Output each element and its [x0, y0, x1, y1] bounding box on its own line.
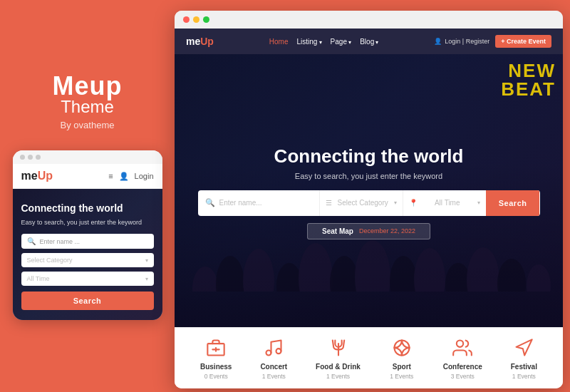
time-placeholder: All Time: [421, 199, 474, 207]
svg-point-1: [216, 256, 244, 292]
nav-auth-text[interactable]: Login | Register: [445, 38, 489, 45]
mobile-dots: [13, 150, 162, 164]
category-icon: ☰: [326, 199, 332, 207]
category-festival-count: 1 Events: [512, 373, 536, 380]
svg-point-10: [467, 247, 499, 292]
svg-point-2: [243, 249, 274, 292]
svg-point-5: [330, 256, 358, 292]
user-icon: 👤: [119, 172, 129, 181]
mobile-search-box[interactable]: 🔍 Enter name ...: [21, 234, 154, 249]
site-logo: meUp: [186, 36, 214, 47]
svg-point-16: [266, 351, 271, 356]
nav-page[interactable]: Page: [331, 38, 352, 46]
category-sport-count: 1 Events: [390, 373, 413, 380]
browser-dot-maximize: [203, 16, 209, 23]
browser-bar: [175, 11, 563, 29]
mobile-search-input[interactable]: Enter name ...: [40, 238, 81, 245]
time-icon: 📍: [409, 199, 418, 207]
category-concert-name: Concert: [260, 363, 287, 371]
mobile-search-button[interactable]: Search: [21, 292, 154, 310]
svg-point-8: [414, 248, 445, 292]
svg-point-4: [299, 243, 333, 292]
svg-point-6: [355, 240, 390, 292]
brand-title: Meup: [53, 72, 123, 100]
nav-listing[interactable]: Listing: [296, 38, 321, 46]
category-sport[interactable]: Sport 1 Events: [389, 335, 415, 380]
category-food-count: 1 Events: [326, 373, 350, 380]
mobile-logo: meUp: [21, 170, 53, 182]
mobile-dot-3: [36, 155, 41, 160]
svg-point-17: [276, 349, 281, 354]
svg-point-7: [390, 256, 417, 292]
category-conference-name: Conference: [443, 363, 482, 371]
search-button[interactable]: Search: [486, 190, 540, 216]
search-name-icon: 🔍: [205, 198, 215, 207]
search-bar: 🔍 Enter name... ☰ Select Category ▾ 📍 Al…: [198, 190, 540, 216]
food-icon: [326, 335, 351, 361]
seat-map-date: December 22, 2022: [359, 227, 415, 234]
categories-section: Business 0 Events Concert 1 Events: [175, 327, 563, 388]
category-festival[interactable]: Festival 1 Events: [511, 335, 537, 380]
sport-icon: [389, 335, 415, 361]
category-sport-name: Sport: [393, 363, 411, 371]
hero-section: NEWBEAT Connecting the worl: [175, 54, 563, 327]
search-time-field[interactable]: 📍 All Time ▾: [403, 190, 486, 216]
business-icon: [203, 335, 229, 361]
mobile-category-arrow: ▾: [145, 257, 148, 264]
time-arrow-icon: ▾: [477, 200, 480, 206]
search-category-field[interactable]: ☰ Select Category ▾: [320, 190, 403, 216]
mobile-nav-icons: ≡ 👤 Login: [108, 172, 153, 181]
category-business-count: 0 Events: [204, 373, 228, 380]
browser-mockup: meUp Home Listing Page Blog Login | Regi…: [175, 11, 563, 388]
mobile-dot-1: [20, 155, 25, 160]
nav-home[interactable]: Home: [269, 38, 289, 46]
site-nav: Home Listing Page Blog: [269, 38, 379, 46]
nav-blog[interactable]: Blog: [360, 38, 378, 46]
category-business[interactable]: Business 0 Events: [200, 335, 232, 380]
category-placeholder: Select Category: [336, 199, 390, 207]
hero-subtitle: Easy to search, you just enter the keywo…: [186, 172, 551, 180]
svg-point-11: [497, 259, 526, 292]
category-concert[interactable]: Concert 1 Events: [260, 335, 287, 380]
category-arrow-icon: ▾: [394, 200, 397, 206]
brand-by: By ovatheme: [53, 120, 123, 130]
hamburger-icon[interactable]: ≡: [108, 172, 113, 180]
category-food[interactable]: Food & Drink 1 Events: [316, 335, 361, 380]
svg-point-0: [192, 267, 218, 292]
site-header: meUp Home Listing Page Blog Login | Regi…: [175, 29, 563, 54]
seat-map-label: Seat Map: [322, 227, 353, 235]
mobile-category-select[interactable]: Select Category ▾: [21, 253, 154, 267]
mobile-mockup: meUp ≡ 👤 Login Connecting the world Easy…: [13, 150, 162, 320]
mobile-dot-2: [28, 155, 33, 160]
mobile-time-select[interactable]: All Time ▾: [21, 272, 154, 286]
mobile-nav: meUp ≡ 👤 Login: [13, 164, 162, 189]
svg-point-12: [527, 264, 551, 292]
mobile-hero-title: Connecting the world: [21, 202, 154, 215]
festival-icon: [511, 335, 537, 361]
brand-name: Meup: [53, 71, 123, 100]
mobile-hero-subtitle: Easy to search, you just enter the keywo…: [21, 218, 154, 227]
brand-block: Meup Theme By ovatheme: [53, 72, 123, 131]
create-event-button[interactable]: Create Event: [495, 35, 551, 48]
browser-dot-close: [183, 16, 190, 23]
nav-auth[interactable]: Login | Register: [434, 38, 489, 45]
conference-icon: [450, 335, 475, 361]
mobile-hero: Connecting the world Easy to search, you…: [13, 189, 162, 320]
left-panel: Meup Theme By ovatheme meUp ≡ 👤 Login Co…: [0, 0, 175, 392]
mobile-login[interactable]: Login: [135, 172, 154, 180]
hero-content: Connecting the world Easy to search, you…: [186, 145, 551, 239]
category-food-name: Food & Drink: [316, 363, 361, 371]
svg-point-20: [457, 341, 463, 347]
mobile-time-label: All Time: [27, 275, 50, 282]
mobile-category-label: Select Category: [27, 257, 73, 264]
search-name-field[interactable]: 🔍 Enter name...: [198, 190, 320, 216]
mobile-time-arrow: ▾: [145, 276, 148, 282]
category-conference-count: 3 Events: [451, 373, 475, 380]
category-conference[interactable]: Conference 3 Events: [443, 335, 482, 380]
concert-icon: [261, 335, 286, 361]
hero-concert-text: NEWBEAT: [501, 61, 556, 98]
brand-subtitle: Theme: [53, 97, 123, 117]
seat-map-badge[interactable]: Seat Map December 22, 2022: [307, 223, 430, 239]
hero-title: Connecting the world: [186, 145, 551, 167]
category-business-name: Business: [200, 363, 232, 371]
